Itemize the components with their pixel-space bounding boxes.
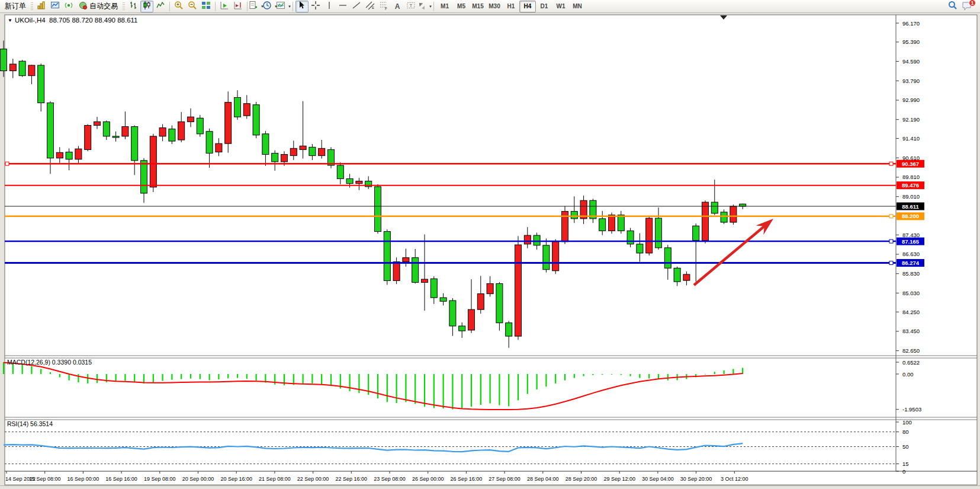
- chat-icon[interactable]: 1: [962, 1, 973, 12]
- hline-handle[interactable]: [5, 162, 9, 165]
- zoom-in-button[interactable]: [172, 1, 185, 12]
- arrows-button[interactable]: ▼: [418, 1, 431, 12]
- candle-body[interactable]: [552, 242, 559, 271]
- candle-body[interactable]: [188, 117, 194, 122]
- candle-body[interactable]: [459, 326, 465, 331]
- hline-handle[interactable]: [889, 162, 893, 165]
- candle-body[interactable]: [159, 128, 166, 136]
- text-button[interactable]: A: [391, 1, 404, 12]
- candle-body[interactable]: [169, 129, 175, 141]
- candle-body[interactable]: [487, 283, 493, 293]
- candle-body[interactable]: [243, 104, 250, 116]
- timeframe-m15[interactable]: M15: [470, 1, 486, 12]
- timeframe-d1[interactable]: D1: [536, 1, 552, 12]
- candle-body[interactable]: [103, 122, 110, 136]
- chart-canvas[interactable]: 90.36789.47688.61188.20087.16586.27496.1…: [0, 0, 980, 489]
- timeframe-h1[interactable]: H1: [503, 1, 519, 12]
- candle-body[interactable]: [721, 212, 727, 222]
- candle-body[interactable]: [646, 218, 653, 253]
- candle-body[interactable]: [300, 146, 306, 149]
- timeframe-m1[interactable]: M1: [436, 1, 453, 12]
- search-icon[interactable]: [947, 0, 958, 13]
- candle-body[interactable]: [66, 152, 72, 159]
- candle-body[interactable]: [571, 212, 577, 219]
- zoom-out-button[interactable]: [186, 1, 199, 12]
- candle-body[interactable]: [412, 258, 419, 283]
- candle-body[interactable]: [440, 298, 446, 301]
- timeframe-h4[interactable]: H4: [519, 1, 536, 12]
- profiles-button[interactable]: ▼: [264, 1, 277, 12]
- market-watch-button[interactable]: [49, 1, 62, 12]
- navigator-button[interactable]: [62, 1, 75, 12]
- candle-body[interactable]: [356, 181, 362, 184]
- candle-body[interactable]: [113, 136, 119, 138]
- candle-body[interactable]: [337, 165, 343, 178]
- auto-trading-button[interactable]: 自动交易: [76, 1, 121, 12]
- charts-button[interactable]: [35, 1, 48, 12]
- candle-body[interactable]: [75, 149, 82, 159]
- vertical-line-button[interactable]: [323, 1, 336, 12]
- candle-body[interactable]: [664, 248, 671, 268]
- candle-body[interactable]: [496, 283, 503, 322]
- cursor-button[interactable]: [295, 1, 309, 12]
- candle-body[interactable]: [346, 178, 353, 183]
- candle-body[interactable]: [637, 244, 643, 253]
- candle-body[interactable]: [477, 294, 484, 310]
- candle-body[interactable]: [290, 148, 297, 155]
- candle-body[interactable]: [656, 218, 662, 248]
- candle-body[interactable]: [47, 103, 54, 158]
- fibonacci-button[interactable]: F: [377, 1, 390, 12]
- candle-body[interactable]: [216, 143, 222, 152]
- candle-body[interactable]: [253, 105, 259, 135]
- new-chart-button[interactable]: ▼: [250, 1, 263, 12]
- candle-body[interactable]: [309, 147, 316, 155]
- new-order-button[interactable]: 新订单: [2, 1, 29, 12]
- candle-body[interactable]: [178, 122, 185, 140]
- candle-body[interactable]: [468, 309, 475, 330]
- candle-body[interactable]: [449, 301, 456, 326]
- candle-body[interactable]: [225, 103, 232, 143]
- candle-body[interactable]: [674, 268, 680, 282]
- hline-handle[interactable]: [889, 239, 893, 243]
- candle-body[interactable]: [627, 231, 634, 244]
- hline-handle[interactable]: [889, 261, 893, 265]
- candle-body[interactable]: [262, 134, 269, 155]
- hline-handle[interactable]: [889, 215, 893, 218]
- candle-body[interactable]: [150, 136, 156, 187]
- candle-body[interactable]: [206, 132, 213, 154]
- trendline-button[interactable]: [350, 1, 363, 12]
- timeframe-m5[interactable]: M5: [453, 1, 470, 12]
- crosshair-button[interactable]: [309, 1, 322, 12]
- candle-body[interactable]: [38, 65, 44, 103]
- candle-body[interactable]: [9, 64, 16, 71]
- candle-body[interactable]: [28, 65, 35, 76]
- candle-body[interactable]: [711, 202, 718, 213]
- candle-body[interactable]: [618, 215, 624, 231]
- candle-body[interactable]: [56, 152, 63, 158]
- indicators-button[interactable]: ▼: [277, 1, 290, 12]
- candle-body[interactable]: [375, 187, 381, 232]
- candle-body[interactable]: [122, 127, 128, 136]
- candle-body[interactable]: [609, 215, 615, 231]
- chart-dropdown-icon[interactable]: ▼: [8, 18, 12, 23]
- candlestick-button[interactable]: [140, 1, 153, 12]
- candle-body[interactable]: [281, 155, 288, 162]
- candle-body[interactable]: [85, 126, 91, 150]
- candle-body[interactable]: [234, 98, 241, 117]
- candle-body[interactable]: [524, 235, 531, 244]
- chart-shift-button[interactable]: [232, 1, 245, 12]
- candle-body[interactable]: [430, 279, 437, 298]
- channel-button[interactable]: E: [364, 1, 377, 12]
- timeframe-w1[interactable]: W1: [552, 1, 569, 12]
- candle-body[interactable]: [272, 154, 278, 162]
- candle-body[interactable]: [131, 127, 138, 161]
- candle-body[interactable]: [94, 122, 101, 125]
- candle-body[interactable]: [683, 274, 690, 280]
- candle-body[interactable]: [319, 148, 325, 155]
- candle-body[interactable]: [422, 279, 428, 282]
- horizontal-line-button[interactable]: [336, 1, 349, 12]
- candle-body[interactable]: [599, 219, 606, 231]
- tile-windows-button[interactable]: [200, 1, 213, 12]
- auto-scroll-button[interactable]: [218, 1, 231, 12]
- candle-body[interactable]: [141, 161, 147, 193]
